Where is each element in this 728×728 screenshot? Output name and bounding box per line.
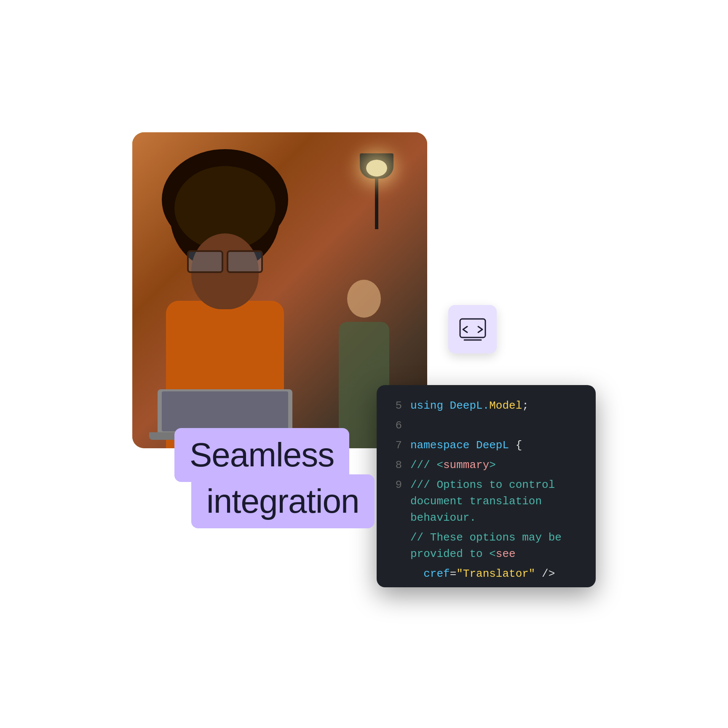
code-icon-card xyxy=(448,305,497,353)
code-line-6: 6 xyxy=(385,418,587,434)
code-line-5: 5 using DeepL.Model; xyxy=(385,398,587,414)
seamless-label: Seamless xyxy=(174,428,349,482)
line-number-9: 9 xyxy=(385,477,402,493)
code-line-7: 7 namespace DeepL { xyxy=(385,437,587,454)
code-line-9: 9 /// Options to control document transl… xyxy=(385,477,587,526)
code-line-10: // These options may be provided to <see xyxy=(385,530,587,562)
line-number-6: 6 xyxy=(385,418,402,434)
integration-label: integration xyxy=(191,474,375,528)
line-number-10 xyxy=(385,530,402,546)
code-editor-card: 5 using DeepL.Model; 6 7 namespace DeepL… xyxy=(377,385,596,587)
line-number-7: 7 xyxy=(385,437,402,454)
code-line-8: 8 /// <summary> xyxy=(385,457,587,474)
line-number-11 xyxy=(385,566,402,582)
main-scene: 5 using DeepL.Model; 6 7 namespace DeepL… xyxy=(132,132,596,596)
main-person xyxy=(145,162,305,448)
integration-text: integration xyxy=(206,482,359,520)
lamp-decoration xyxy=(360,153,393,229)
line-number-8: 8 xyxy=(385,457,402,474)
person-glasses xyxy=(187,250,263,271)
laptop-screen xyxy=(162,391,288,431)
seamless-text: Seamless xyxy=(190,436,334,474)
code-line-11: cref="Translator" /> xyxy=(385,566,587,582)
code-editor-icon xyxy=(458,315,487,344)
line-number-5: 5 xyxy=(385,398,402,414)
